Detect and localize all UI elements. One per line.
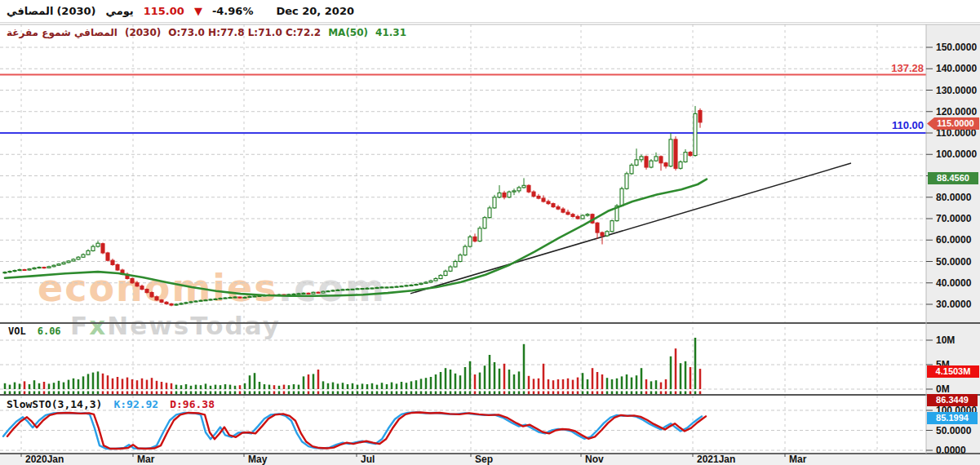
volume-direction-tick [361, 392, 364, 395]
time-axis-label: Jul [361, 454, 375, 465]
candle-body [508, 192, 511, 197]
volume-bar [220, 385, 222, 389]
volume-direction-tick [357, 392, 359, 395]
volume-bar [557, 379, 560, 389]
volume-bar [53, 383, 55, 389]
volume-direction-tick [645, 392, 648, 395]
candle-body [23, 269, 26, 270]
volume-direction-tick [606, 392, 609, 395]
volume-direction-tick [655, 392, 658, 395]
volume-bar [606, 378, 609, 389]
stoch-axis-label: 0.0000 [936, 445, 966, 456]
volume-bar [38, 383, 41, 389]
trading-chart-app: المصافي (2030) يومي 115.00 ▼ -4.96% Dec … [0, 0, 980, 465]
volume-bar [107, 375, 109, 389]
chart-canvas[interactable]: 150.0000140.0000130.0000120.0000110.0000… [0, 0, 980, 465]
volume-direction-tick [136, 392, 139, 395]
volume-bar [259, 382, 261, 389]
volume-direction-tick [533, 392, 535, 395]
last-price-badge: 115.0000 [927, 117, 979, 130]
volume-bar [562, 379, 565, 389]
volume-bar [136, 380, 139, 389]
volume-label: VOL [8, 326, 26, 337]
volume-direction-tick [699, 392, 702, 395]
volume-bar [229, 385, 232, 389]
volume-direction-tick [386, 392, 388, 395]
volume-bar [195, 385, 197, 389]
volume-bar [357, 385, 359, 389]
volume-direction-tick [190, 392, 193, 395]
candle-body [297, 294, 300, 294]
volume-bar [455, 374, 457, 389]
volume-direction-tick [210, 392, 212, 395]
volume-bar [592, 368, 594, 389]
candle-body [659, 157, 663, 163]
candle-body [38, 268, 41, 268]
stoch-axis-label: 50.0000 [936, 425, 972, 436]
volume-bar [582, 373, 584, 389]
volume-direction-tick [685, 392, 687, 395]
volume-direction-tick [425, 392, 428, 395]
time-axis-label: Sep [475, 454, 493, 465]
volume-direction-tick [259, 392, 261, 395]
price-axis-label: 140.0000 [936, 63, 977, 74]
volume-bar [102, 374, 104, 389]
volume-bar [117, 377, 119, 389]
volume-direction-tick [660, 392, 663, 395]
candle-body [610, 221, 614, 232]
volume-bar [298, 385, 300, 389]
candle-body [429, 281, 432, 282]
volume-bar [641, 368, 643, 389]
price-axis-label: 70.0000 [936, 213, 972, 224]
volume-direction-tick [690, 392, 692, 395]
volume-direction-tick [543, 392, 545, 395]
timeframe-label[interactable]: يومي [106, 5, 134, 17]
volume-bar [513, 374, 516, 389]
candle-body [224, 298, 227, 299]
volume-bar [494, 362, 496, 389]
candle-body [684, 153, 687, 162]
volume-direction-tick [146, 392, 149, 395]
volume-bar [239, 385, 242, 389]
stochastic-d-badge: 86.3449 [927, 394, 978, 406]
volume-direction-tick [278, 392, 281, 395]
volume-direction-tick [92, 392, 95, 395]
volume-bar [567, 379, 570, 389]
volume-bar [190, 386, 193, 389]
volume-bar [322, 381, 325, 389]
candle-body [361, 289, 364, 290]
volume-direction-tick [97, 392, 100, 395]
volume-bar [420, 379, 423, 389]
volume-bar [391, 383, 393, 389]
resistance-level-label[interactable]: 137.28 [891, 62, 924, 74]
volume-direction-tick [63, 392, 65, 395]
volume-direction-tick [87, 392, 90, 395]
volume-bar [254, 373, 256, 389]
volume-bar [9, 385, 11, 389]
volume-bar [376, 385, 379, 389]
trend-line[interactable] [410, 163, 851, 294]
volume-bar [381, 383, 384, 389]
candle-body [503, 193, 506, 197]
volume-bar [19, 383, 21, 389]
candle-body [57, 264, 60, 266]
candle-body [664, 163, 667, 166]
change-percent: -4.96% [212, 5, 254, 17]
support-level-label[interactable]: 110.00 [892, 119, 924, 131]
volume-direction-tick [107, 392, 109, 395]
candle-body [175, 304, 178, 305]
volume-direction-tick [175, 392, 178, 395]
volume-direction-tick [151, 392, 153, 395]
candle-body [620, 188, 623, 206]
volume-direction-tick [508, 392, 511, 395]
volume-direction-tick [9, 392, 11, 395]
instrument-code: (2030) [56, 5, 95, 17]
candle-body [366, 288, 369, 289]
volume-bar [268, 385, 271, 389]
candle-body [542, 198, 545, 202]
volume-direction-tick [376, 392, 379, 395]
candle-body [33, 268, 36, 268]
volume-direction-tick [14, 392, 16, 395]
volume-direction-tick [38, 392, 41, 395]
candle-body [86, 250, 90, 255]
